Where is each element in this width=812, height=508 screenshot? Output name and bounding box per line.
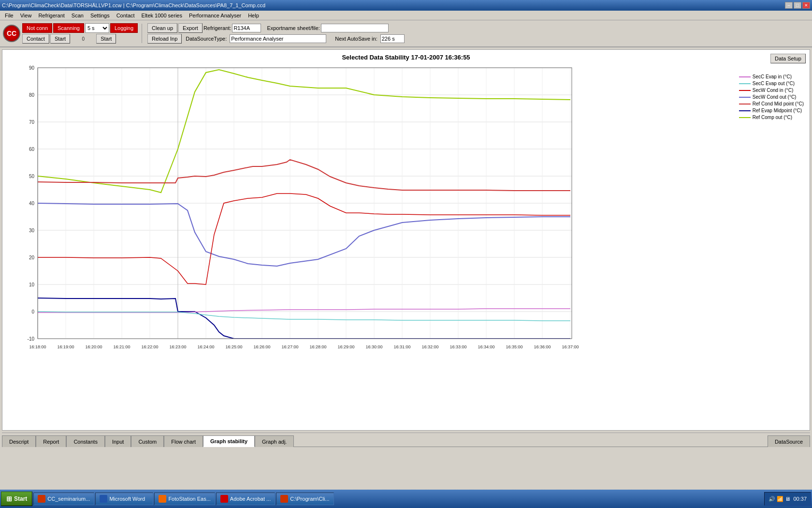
svg-text:16:27:00: 16:27:00 (281, 344, 298, 349)
refrigerant-label: Refrigerant: (203, 25, 231, 31)
acrobat-icon (220, 495, 228, 503)
contact-button[interactable]: Contact (22, 34, 49, 44)
taskbar-item-climacheck[interactable]: C:\Program\Cli... (276, 493, 334, 505)
menu-settings[interactable]: Settings (87, 12, 113, 19)
titlebar-text: C:\Program\ClimaCheck\Data\TORSHÄLLVP1.c… (2, 2, 265, 8)
tab-report[interactable]: Report (36, 435, 66, 447)
action-section: Clean up Export Refrigerant: Exportname … (147, 23, 405, 44)
systray-time: 00:37 (793, 496, 807, 502)
svg-text:16:18:00: 16:18:00 (29, 344, 46, 349)
menu-help[interactable]: Help (245, 12, 262, 19)
svg-text:16:37:00: 16:37:00 (562, 344, 579, 349)
line-secc-evap-out (38, 312, 570, 321)
svg-text:16:25:00: 16:25:00 (225, 344, 242, 349)
svg-text:16:24:00: 16:24:00 (197, 344, 214, 349)
main-area: Selected Data Stability 17-01-2007 16:36… (0, 47, 812, 449)
svg-text:16:34:00: 16:34:00 (478, 344, 494, 349)
cleanup-button[interactable]: Clean up (147, 23, 177, 33)
exportname-input[interactable] (321, 24, 389, 32)
tab-input[interactable]: Input (105, 435, 131, 447)
legend-item-ref-cond-mid: Ref Cond Mid point (°C) (739, 101, 804, 106)
svg-text:60: 60 (29, 147, 35, 152)
legend-line-ref-cond-mid (739, 104, 751, 105)
svg-text:50: 50 (29, 174, 35, 179)
close-button[interactable]: ✕ (802, 2, 810, 9)
taskbar-item-climacheck-label: C:\Program\Cli... (290, 496, 329, 502)
tab-graph-adj[interactable]: Graph adj. (255, 435, 294, 447)
line-ref-evap-mid (38, 298, 570, 339)
legend-label-ref-comp-out: Ref Comp out (°C) (753, 115, 792, 120)
legend-label-ref-evap-mid: Ref Evap Midpoint (°C) (753, 108, 802, 113)
svg-text:16:33:00: 16:33:00 (450, 344, 466, 349)
exportname-label: Exportname sheet/file: (267, 25, 319, 31)
datasource-input[interactable] (230, 34, 326, 43)
svg-text:16:21:00: 16:21:00 (113, 344, 130, 349)
refrigerant-input[interactable] (232, 24, 261, 32)
taskbar-item-acrobat-label: Adobe Acrobat ... (230, 496, 271, 502)
menu-performance[interactable]: Performance Analyser (186, 12, 244, 19)
tab-custom[interactable]: Custom (131, 435, 164, 447)
fotostation-icon (159, 495, 166, 503)
menu-eltek[interactable]: Eltek 1000 series (139, 12, 185, 19)
legend-item-secc-evap-out: SecC Evap out (°C) (739, 81, 804, 86)
tab-descript[interactable]: Descript (2, 435, 36, 447)
data-setup-button[interactable]: Data Setup (770, 54, 806, 63)
line-secw-cond-out (38, 203, 570, 266)
start2-button[interactable]: Start (96, 34, 116, 44)
scanning-button[interactable]: Scanning (53, 23, 84, 33)
line-ref-comp-out (38, 70, 570, 193)
menu-view[interactable]: View (17, 12, 35, 19)
connection-section: Not conn Scanning 5 s 10 s 30 s Logging … (22, 23, 138, 44)
legend-line-secc-evap-out (739, 83, 751, 84)
svg-text:16:26:00: 16:26:00 (253, 344, 270, 349)
svg-text:40: 40 (29, 201, 35, 206)
reload-inp-button[interactable]: Reload Inp (147, 34, 182, 44)
taskbar-item-cc-seminar[interactable]: CC_seminarium... (33, 493, 94, 505)
tab-graph-stability[interactable]: Graph stability (203, 435, 255, 447)
export-button[interactable]: Export (178, 23, 203, 33)
taskbar: ⊞ Start CC_seminarium... Microsoft Word … (0, 490, 812, 508)
titlebar: C:\Program\ClimaCheck\Data\TORSHÄLLVP1.c… (0, 0, 812, 11)
minimize-button[interactable]: – (785, 2, 793, 9)
svg-text:16:29:00: 16:29:00 (337, 344, 354, 349)
menu-file[interactable]: File (2, 12, 16, 19)
legend-line-secw-cond-out (739, 97, 751, 98)
svg-text:80: 80 (29, 92, 35, 98)
legend-line-secc-evap-in (739, 76, 751, 77)
menu-contact[interactable]: Contact (114, 12, 138, 19)
line-secw-cond-in (38, 194, 570, 284)
svg-text:16:31:00: 16:31:00 (393, 344, 410, 349)
bottom-tabs: Descript Report Constants Input Custom F… (2, 433, 810, 447)
taskbar-item-fotostation-label: FotoStation Eas... (168, 496, 210, 502)
legend-label-secw-cond-out: SecW Cond out (°C) (753, 94, 797, 100)
taskbar-item-cc-seminar-label: CC_seminarium... (47, 496, 90, 502)
legend-item-secc-evap-in: SecC Evap in (°C) (739, 74, 804, 79)
start-label: Start (14, 495, 27, 502)
start-button[interactable]: ⊞ Start (1, 492, 32, 506)
zero-label: 0 (71, 36, 95, 42)
climacheck-icon (280, 495, 288, 503)
legend-line-ref-comp-out (739, 117, 751, 118)
svg-text:16:28:00: 16:28:00 (309, 344, 326, 349)
menu-scan[interactable]: Scan (69, 12, 87, 19)
taskbar-item-word[interactable]: Microsoft Word (95, 493, 153, 505)
taskbar-item-word-label: Microsoft Word (109, 496, 145, 502)
not-conn-button[interactable]: Not conn (22, 23, 52, 33)
autosave-input[interactable] (380, 34, 405, 43)
systray-icons: 🔊 📶 🖥 (768, 496, 790, 502)
tab-flow-chart[interactable]: Flow chart (164, 435, 203, 447)
chart-legend: SecC Evap in (°C) SecC Evap out (°C) Sec… (739, 74, 804, 121)
logging-button[interactable]: Logging (110, 23, 138, 33)
tab-constants[interactable]: Constants (66, 435, 105, 447)
maximize-button[interactable]: □ (794, 2, 801, 9)
start-button[interactable]: Start (50, 34, 70, 44)
chart-svg: 90 80 70 60 50 40 30 20 10 0 -10 16:18:0… (11, 63, 606, 358)
taskbar-item-acrobat[interactable]: Adobe Acrobat ... (216, 493, 275, 505)
interval-select[interactable]: 5 s 10 s 30 s (85, 23, 109, 33)
menu-refrigerant[interactable]: Refrigerant (35, 12, 67, 19)
svg-text:16:36:00: 16:36:00 (534, 344, 551, 349)
datasource-tab-button[interactable]: DataSource (768, 435, 810, 447)
svg-text:10: 10 (29, 282, 35, 287)
svg-text:16:19:00: 16:19:00 (57, 344, 74, 349)
taskbar-item-fotostation[interactable]: FotoStation Eas... (154, 493, 215, 505)
